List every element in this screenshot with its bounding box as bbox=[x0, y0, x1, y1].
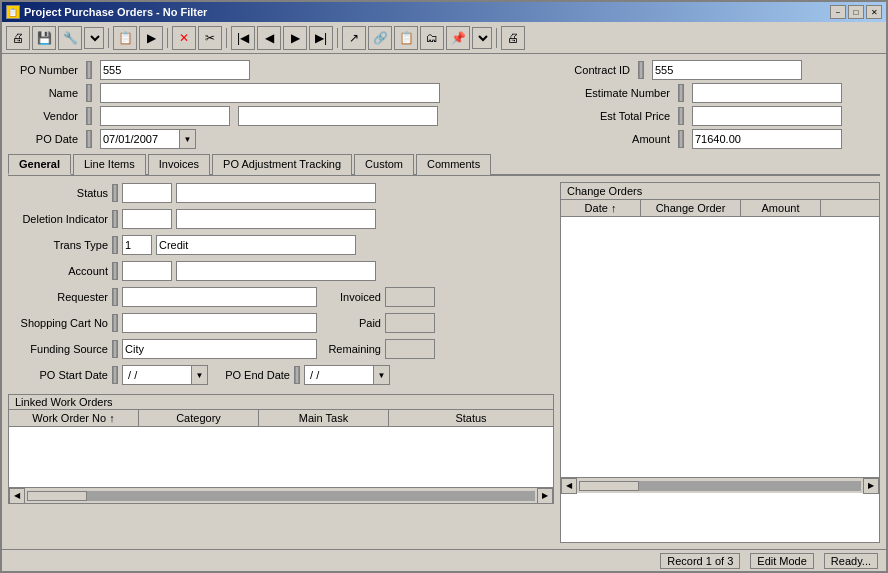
start-sep bbox=[112, 366, 118, 384]
toolbar-jump-btn[interactable]: ↗ bbox=[342, 26, 366, 50]
co-scroll-track[interactable] bbox=[579, 481, 861, 491]
maximize-button[interactable]: □ bbox=[848, 5, 864, 19]
status-label: Status bbox=[8, 187, 108, 199]
vendor-row: Vendor bbox=[8, 106, 540, 126]
deletion-input1[interactable] bbox=[122, 209, 172, 229]
co-scroll-right[interactable]: ▶ bbox=[863, 478, 879, 494]
contract-id-input[interactable] bbox=[652, 60, 802, 80]
toolbar-sep1 bbox=[108, 28, 109, 48]
lwo-header: Work Order No ↑ Category Main Task Statu… bbox=[9, 410, 553, 427]
toolbar-sep3 bbox=[226, 28, 227, 48]
lwo-scroll-left[interactable]: ◀ bbox=[9, 488, 25, 504]
toolbar-delete-btn[interactable]: ✕ bbox=[172, 26, 196, 50]
lwo-body bbox=[9, 427, 553, 487]
estimate-number-row: Estimate Number bbox=[560, 83, 880, 103]
title-bar: 📋 Project Purchase Orders - No Filter − … bbox=[2, 2, 886, 22]
requester-sep bbox=[112, 288, 118, 306]
minimize-button[interactable]: − bbox=[830, 5, 846, 19]
estimate-number-input[interactable] bbox=[692, 83, 842, 103]
lwo-scroll-track[interactable] bbox=[27, 491, 535, 501]
toolbar-print-btn[interactable]: 🖨 bbox=[6, 26, 30, 50]
end-sep bbox=[294, 366, 300, 384]
remaining-input[interactable] bbox=[385, 339, 435, 359]
top-left-fields: PO Number Name Vendor bbox=[8, 60, 540, 149]
toolbar-filter-dropdown[interactable] bbox=[84, 27, 104, 49]
name-input[interactable] bbox=[100, 83, 440, 103]
account-sep bbox=[112, 262, 118, 280]
est-total-price-row: Est Total Price bbox=[560, 106, 880, 126]
co-body bbox=[561, 217, 879, 477]
change-orders-box: Change Orders Date ↑ Change Order Amount… bbox=[560, 182, 880, 543]
account-input2[interactable] bbox=[176, 261, 376, 281]
co-col-extra bbox=[821, 200, 879, 216]
requester-input[interactable] bbox=[122, 287, 317, 307]
est-total-price-input[interactable] bbox=[692, 106, 842, 126]
tab-po-adjustment[interactable]: PO Adjustment Tracking bbox=[212, 154, 352, 175]
vendor-input[interactable] bbox=[100, 106, 230, 126]
status-bar: Record 1 of 3 Edit Mode Ready... bbox=[2, 549, 886, 571]
requester-invoiced-row: Requester Invoiced bbox=[8, 286, 554, 308]
po-number-input[interactable] bbox=[100, 60, 250, 80]
toolbar-cut-btn[interactable]: ✂ bbox=[198, 26, 222, 50]
lwo-scroll-thumb[interactable] bbox=[27, 491, 87, 501]
vendor-name-input[interactable] bbox=[238, 106, 438, 126]
invoiced-input[interactable] bbox=[385, 287, 435, 307]
top-form: PO Number Name Vendor bbox=[8, 60, 880, 149]
toolbar-prev-btn[interactable]: ◀ bbox=[257, 26, 281, 50]
po-date-label: PO Date bbox=[8, 133, 78, 145]
toolbar-settings-btn[interactable]: 🔧 bbox=[58, 26, 82, 50]
po-start-date-field: ▼ bbox=[122, 365, 208, 385]
status-input2[interactable] bbox=[176, 183, 376, 203]
paid-input[interactable] bbox=[385, 313, 435, 333]
tab-custom[interactable]: Custom bbox=[354, 154, 414, 175]
lwo-col-wo: Work Order No ↑ bbox=[9, 410, 139, 426]
account-row: Account bbox=[8, 260, 554, 282]
po-date-input[interactable] bbox=[100, 129, 180, 149]
deletion-input2[interactable] bbox=[176, 209, 376, 229]
trans-type-text-input[interactable] bbox=[156, 235, 356, 255]
tab-comments[interactable]: Comments bbox=[416, 154, 491, 175]
status-input1[interactable] bbox=[122, 183, 172, 203]
toolbar-link-btn[interactable]: 🔗 bbox=[368, 26, 392, 50]
toolbar-folder-btn[interactable]: 🗂 bbox=[420, 26, 444, 50]
tab-line-items[interactable]: Line Items bbox=[73, 154, 146, 175]
lwo-col-task: Main Task bbox=[259, 410, 389, 426]
amount-input[interactable] bbox=[692, 129, 842, 149]
toolbar-list-btn[interactable]: 📋 bbox=[113, 26, 137, 50]
toolbar-first-btn[interactable]: |◀ bbox=[231, 26, 255, 50]
toolbar-pin-btn[interactable]: 📌 bbox=[446, 26, 470, 50]
toolbar-print2-btn[interactable]: 🖨 bbox=[501, 26, 525, 50]
amount-sep bbox=[678, 130, 684, 148]
app-icon: 📋 bbox=[6, 5, 20, 19]
vendor-label: Vendor bbox=[8, 110, 78, 122]
po-date-dropdown-btn[interactable]: ▼ bbox=[180, 129, 196, 149]
toolbar-more-dropdown[interactable] bbox=[472, 27, 492, 49]
toolbar-save-btn[interactable]: 💾 bbox=[32, 26, 56, 50]
toolbar-copy-btn[interactable]: 📋 bbox=[394, 26, 418, 50]
co-scroll-thumb[interactable] bbox=[579, 481, 639, 491]
funding-input[interactable] bbox=[122, 339, 317, 359]
po-start-date-input[interactable] bbox=[122, 365, 192, 385]
shopping-cart-input[interactable] bbox=[122, 313, 317, 333]
po-start-label: PO Start Date bbox=[8, 369, 108, 381]
toolbar-nav-btn[interactable]: ▶ bbox=[139, 26, 163, 50]
trans-type-label: Trans Type bbox=[8, 239, 108, 251]
po-end-date-input[interactable] bbox=[304, 365, 374, 385]
lwo-scroll-right[interactable]: ▶ bbox=[537, 488, 553, 504]
tab-invoices[interactable]: Invoices bbox=[148, 154, 210, 175]
account-input1[interactable] bbox=[122, 261, 172, 281]
tab-general[interactable]: General bbox=[8, 154, 71, 175]
top-right-fields: Contract ID Estimate Number Est Total Pr… bbox=[560, 60, 880, 149]
po-start-dropdown-btn[interactable]: ▼ bbox=[192, 365, 208, 385]
close-button[interactable]: ✕ bbox=[866, 5, 882, 19]
co-scroll-left[interactable]: ◀ bbox=[561, 478, 577, 494]
toolbar-next-btn[interactable]: ▶ bbox=[283, 26, 307, 50]
po-end-dropdown-btn[interactable]: ▼ bbox=[374, 365, 390, 385]
toolbar-last-btn[interactable]: ▶| bbox=[309, 26, 333, 50]
ready-status: Ready... bbox=[824, 553, 878, 569]
trans-type-num-input[interactable] bbox=[122, 235, 152, 255]
est-total-sep bbox=[678, 107, 684, 125]
general-left: Status Deletion Indicator Trans bbox=[8, 182, 554, 543]
po-date-row: PO Date ▼ bbox=[8, 129, 540, 149]
tabs-container: General Line Items Invoices PO Adjustmen… bbox=[8, 153, 880, 543]
